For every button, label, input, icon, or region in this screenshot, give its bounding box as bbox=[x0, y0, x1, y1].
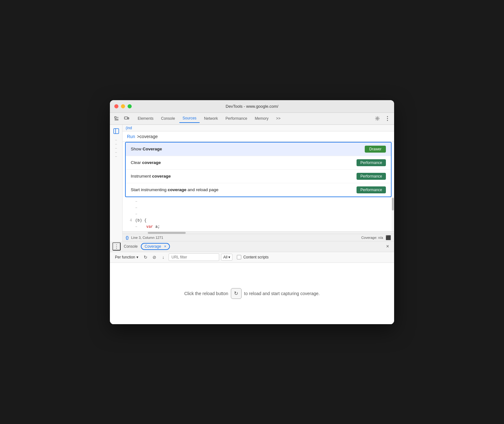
svg-rect-5 bbox=[128, 118, 129, 119]
tab-sources[interactable]: Sources bbox=[179, 114, 200, 123]
tabs-left-icons bbox=[112, 114, 131, 123]
code-area: – – – 4 (b) { bbox=[123, 197, 394, 231]
tab-memory[interactable]: Memory bbox=[252, 114, 272, 123]
svg-point-7 bbox=[387, 116, 388, 117]
menu-item-instrument-text: Instrument coverage bbox=[131, 174, 171, 179]
code-line-5: – var a; bbox=[123, 224, 394, 230]
per-function-dropdown[interactable]: Per function ▾ bbox=[113, 254, 140, 260]
svg-point-9 bbox=[387, 120, 388, 121]
close-button[interactable] bbox=[114, 104, 118, 108]
more-options-icon[interactable] bbox=[383, 114, 392, 123]
titlebar: DevTools - www.google.com/ bbox=[110, 100, 394, 113]
run-label: Run bbox=[127, 134, 135, 139]
sidebar-panel-icon[interactable] bbox=[112, 127, 121, 136]
svg-point-8 bbox=[387, 118, 388, 119]
clear-coverage-button[interactable]: ⊘ bbox=[151, 254, 158, 261]
menu-item-instrument-coverage[interactable]: Instrument coverage Performance bbox=[126, 170, 391, 183]
url-filter-input[interactable] bbox=[169, 253, 219, 261]
content-scripts-label: Content scripts bbox=[243, 255, 268, 259]
menu-item-start-bold: coverage bbox=[168, 187, 186, 192]
command-text: >coverage bbox=[137, 134, 158, 139]
maximize-button[interactable] bbox=[128, 104, 132, 108]
statusbar: {} Line 3, Column 1271 Coverage: n/a ⬛ bbox=[123, 234, 394, 241]
menu-item-show-coverage[interactable]: Show Coverage Drawer bbox=[126, 142, 391, 156]
drawer-close-button[interactable]: × bbox=[384, 242, 392, 251]
devtools-main: – – – – – (ind Run >coverage bbox=[110, 125, 394, 241]
tab-elements[interactable]: Elements bbox=[135, 114, 157, 123]
drawer-more-button[interactable]: ⋮ bbox=[112, 242, 121, 251]
svg-point-6 bbox=[377, 118, 378, 119]
tab-overflow[interactable]: >> bbox=[273, 114, 284, 123]
command-input-area: Run >coverage bbox=[123, 131, 394, 142]
drawer-tab-console[interactable]: Console bbox=[121, 243, 141, 250]
menu-item-clear-bold: coverage bbox=[142, 160, 161, 165]
devtools-window: DevTools - www.google.com/ bbox=[110, 100, 394, 324]
svg-rect-0 bbox=[115, 117, 116, 118]
reload-coverage-button[interactable]: ↻ bbox=[142, 254, 149, 261]
performance-badge-1: Performance bbox=[357, 159, 386, 166]
code-line-4: 4 (b) { bbox=[123, 217, 394, 224]
download-coverage-button[interactable]: ↓ bbox=[160, 254, 167, 261]
tabs-right bbox=[373, 114, 392, 123]
drawer-tabs: ⋮ Console Coverage × × bbox=[110, 241, 394, 252]
inspect-element-icon[interactable] bbox=[112, 114, 121, 123]
performance-badge-3: Performance bbox=[357, 186, 386, 193]
coverage-empty-state: Click the reload button ↻ to reload and … bbox=[110, 263, 394, 324]
menu-item-clear-coverage[interactable]: Clear coverage Performance bbox=[126, 156, 391, 170]
statusbar-left: {} Line 3, Column 1271 bbox=[126, 235, 163, 240]
minimize-button[interactable] bbox=[121, 104, 125, 108]
content-scripts-area: Content scripts bbox=[237, 255, 268, 259]
pretty-print-icon[interactable]: {} bbox=[126, 235, 129, 240]
window-controls bbox=[114, 104, 132, 108]
settings-icon[interactable] bbox=[373, 114, 381, 123]
device-toggle-icon[interactable] bbox=[123, 114, 131, 123]
command-dropdown: Show Coverage Drawer Clear coverage Perf… bbox=[125, 142, 392, 197]
tab-console[interactable]: Console bbox=[158, 114, 178, 123]
filter-all-dropdown[interactable]: All ▾ bbox=[221, 254, 232, 261]
tab-performance[interactable]: Performance bbox=[222, 114, 250, 123]
reload-icon-box: ↻ bbox=[231, 288, 242, 299]
statusbar-right: Coverage: n/a ⬛ bbox=[361, 235, 391, 240]
menu-item-start-instrument[interactable]: Start instrumenting coverage and reload … bbox=[126, 183, 391, 197]
menu-item-clear-coverage-text: Clear coverage bbox=[131, 160, 161, 165]
performance-badge-2: Performance bbox=[357, 173, 386, 180]
code-line-2: – bbox=[123, 205, 394, 211]
coverage-status: Coverage: n/a bbox=[361, 236, 383, 239]
drawer-section: ⋮ Console Coverage × × Per function ▾ ↻ bbox=[110, 241, 394, 324]
sources-content: (ind Run >coverage Show Coverage Drawer bbox=[123, 125, 394, 241]
svg-rect-4 bbox=[124, 117, 128, 119]
menu-item-coverage-bold: Coverage bbox=[143, 147, 162, 151]
menu-item-start-text: Start instrumenting coverage and reload … bbox=[131, 187, 219, 192]
tabs-bar: Elements Console Sources Network Perform… bbox=[110, 113, 394, 125]
drawer-tab-coverage[interactable]: Coverage × bbox=[141, 243, 170, 250]
code-line-3: – bbox=[123, 211, 394, 217]
vertical-scrollbar[interactable] bbox=[392, 197, 394, 231]
svg-rect-10 bbox=[114, 129, 119, 134]
content-scripts-checkbox[interactable] bbox=[237, 255, 241, 259]
coverage-tab-close[interactable]: × bbox=[164, 244, 166, 249]
tab-network[interactable]: Network bbox=[201, 114, 221, 123]
horizontal-scrollbar[interactable] bbox=[123, 231, 394, 234]
coverage-empty-message: Click the reload button ↻ to reload and … bbox=[184, 288, 320, 299]
code-line-1: – bbox=[123, 198, 394, 205]
sources-sidebar: – – – – – bbox=[110, 125, 123, 241]
coverage-toolbar: Per function ▾ ↻ ⊘ ↓ All ▾ bbox=[110, 252, 394, 263]
devtools-body: Elements Console Sources Network Perform… bbox=[110, 113, 394, 324]
menu-item-show-coverage-text: Show Coverage bbox=[131, 147, 162, 151]
screenshot-icon[interactable]: ⬛ bbox=[386, 235, 391, 240]
menu-item-instrument-bold: coverage bbox=[152, 174, 171, 179]
drawer-badge: Drawer bbox=[365, 146, 386, 153]
window-title: DevTools - www.google.com/ bbox=[226, 104, 279, 109]
file-tab[interactable]: (ind bbox=[126, 126, 132, 130]
cursor-position: Line 3, Column 1271 bbox=[131, 236, 163, 239]
